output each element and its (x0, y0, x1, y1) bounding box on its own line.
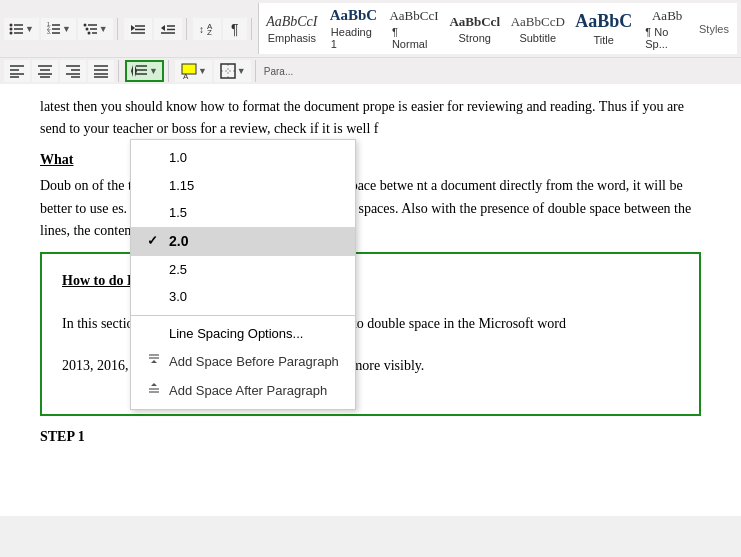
indent-group (124, 18, 187, 40)
intro-paragraph: latest then you should know how to forma… (40, 96, 701, 141)
line-spacing-dropdown: 1.0 1.15 1.5 ✓ 2.0 2.5 3.0 (130, 139, 356, 410)
document-content: latest then you should know how to forma… (0, 84, 741, 516)
svg-marker-58 (151, 383, 157, 386)
spacing-1-0[interactable]: 1.0 (131, 144, 355, 172)
dropdown-divider (131, 315, 355, 316)
style-preview-title: AaBbC (575, 11, 632, 32)
style-preview-no-spacing: AaBb (652, 8, 682, 24)
align-left-button[interactable] (4, 60, 30, 82)
spacing-1-15[interactable]: 1.15 (131, 172, 355, 200)
add-space-before-item[interactable]: Add Space Before Paragraph (131, 347, 355, 376)
bullets-button[interactable]: ▼ (4, 18, 39, 40)
svg-rect-52 (221, 64, 235, 78)
numbering-button[interactable]: 1.2.3. ▼ (41, 18, 76, 40)
svg-marker-22 (161, 25, 165, 31)
show-paragraph-button[interactable]: ¶ (223, 18, 247, 40)
svg-point-14 (85, 27, 88, 30)
space-before-icon (147, 351, 161, 372)
svg-marker-48 (131, 65, 133, 77)
style-label-subtitle: Subtitle (519, 32, 556, 44)
svg-point-12 (83, 23, 86, 26)
shading-button[interactable]: A ▼ (175, 60, 212, 82)
svg-point-16 (87, 31, 90, 34)
spacing-2-0[interactable]: ✓ 2.0 (131, 227, 355, 256)
line-spacing-group: ▼ (125, 60, 169, 82)
style-item-no-spacing[interactable]: AaBb ¶ No Sp... (639, 6, 695, 52)
ribbon-row2: ▼ A ▼ ▼ Para... (0, 58, 741, 84)
step-label: STEP 1 (40, 426, 701, 448)
line-spacing-options-item[interactable]: Line Spacing Options... (131, 320, 355, 348)
sort-group: ↕AZ ¶ (193, 18, 252, 40)
space-after-icon (147, 380, 161, 401)
multilevel-button[interactable]: ▼ (78, 18, 113, 40)
style-preview-heading1: AaBbC (330, 7, 378, 24)
align-center-button[interactable] (32, 60, 58, 82)
spacing-2-5[interactable]: 2.5 (131, 256, 355, 284)
svg-text:A: A (183, 72, 189, 80)
style-item-emphasis[interactable]: AaBbCcI Emphasis (263, 12, 321, 46)
spacing-3-0[interactable]: 3.0 (131, 283, 355, 311)
style-label-title: Title (593, 34, 613, 46)
justify-button[interactable] (88, 60, 114, 82)
svg-marker-18 (131, 25, 135, 31)
style-preview-normal: AaBbCcI (389, 8, 438, 24)
para-label: Para... (264, 66, 293, 77)
style-item-normal[interactable]: AaBbCcI ¶ Normal (386, 6, 442, 52)
align-right-button[interactable] (60, 60, 86, 82)
style-item-strong[interactable]: AaBbCcl Strong (446, 12, 503, 46)
svg-text:Z: Z (207, 28, 212, 37)
list-group: ▼ 1.2.3. ▼ ▼ (4, 18, 118, 40)
style-item-subtitle[interactable]: AaBbCcD Subtitle (507, 12, 568, 46)
align-group (4, 60, 119, 82)
sort-button[interactable]: ↕AZ (193, 18, 221, 40)
styles-section-label: Styles (699, 23, 733, 35)
app-window: ▼ 1.2.3. ▼ ▼ (0, 0, 741, 516)
style-preview-emphasis: AaBbCcI (266, 14, 317, 30)
ribbon-row1: ▼ 1.2.3. ▼ ▼ (0, 0, 741, 58)
borders-button[interactable]: ▼ (214, 60, 251, 82)
ribbon: ▼ 1.2.3. ▼ ▼ (0, 0, 741, 84)
svg-marker-57 (151, 360, 157, 363)
decrease-indent-button[interactable] (124, 18, 152, 40)
style-preview-strong: AaBbCcl (449, 14, 500, 30)
svg-point-4 (10, 31, 13, 34)
svg-text:↕: ↕ (199, 24, 204, 35)
line-spacing-button[interactable]: ▼ (125, 60, 164, 82)
add-space-after-item[interactable]: Add Space After Paragraph (131, 376, 355, 405)
style-preview-subtitle: AaBbCcD (511, 14, 565, 30)
style-label-normal: ¶ Normal (392, 26, 436, 50)
style-label-emphasis: Emphasis (268, 32, 316, 44)
style-label-heading1: Heading 1 (331, 26, 376, 50)
style-item-heading1[interactable]: AaBbC Heading 1 (325, 5, 382, 52)
spacing-1-5[interactable]: 1.5 (131, 199, 355, 227)
style-item-title[interactable]: AaBbC Title (572, 9, 635, 48)
style-label-strong: Strong (459, 32, 491, 44)
style-label-no-spacing: ¶ No Sp... (645, 26, 689, 50)
increase-indent-button[interactable] (154, 18, 182, 40)
svg-marker-49 (135, 65, 137, 77)
svg-point-0 (10, 23, 13, 26)
shading-group: A ▼ ▼ (175, 60, 256, 82)
svg-text:3.: 3. (47, 29, 51, 35)
svg-point-2 (10, 27, 13, 30)
